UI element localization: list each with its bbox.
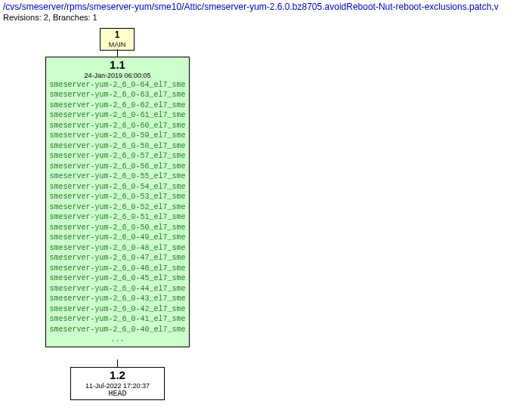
branch-label: MAIN — [103, 41, 131, 48]
revision-tag[interactable]: smeserver-yum-2_6_0-61_el7_sme — [49, 110, 186, 121]
revision-tag[interactable]: smeserver-yum-2_6_0-62_el7_sme — [49, 100, 186, 111]
revision-tag[interactable]: smeserver-yum-2_6_0-56_el7_sme — [49, 162, 186, 172]
connector-line — [117, 49, 118, 57]
path-segment-link[interactable]: rpms — [66, 2, 87, 12]
more-tags-ellipsis[interactable]: ... — [49, 334, 186, 345]
revision-node-1_1[interactable]: 1.1 24-Jan-2019 06:00:05 smeserver-yum-2… — [45, 57, 190, 347]
revision-tag[interactable]: smeserver-yum-2_6_0-59_el7_sme — [49, 131, 186, 141]
revision-tag[interactable]: smeserver-yum-2_6_0-57_el7_sme — [49, 151, 186, 162]
revision-date: 11-Jul-2022 17:20:37 — [76, 382, 159, 390]
revision-tag[interactable]: smeserver-yum-2_6_0-55_el7_sme — [49, 171, 186, 182]
revision-tag[interactable]: smeserver-yum-2_6_0-40_el7_sme — [49, 325, 186, 335]
path-segment-link[interactable]: smeserver-yum-2.6.0.bz8705.avoidReboot-N… — [204, 2, 499, 12]
revision-number: 1.1 — [49, 59, 186, 72]
revision-tag[interactable]: smeserver-yum-2_6_0-47_el7_sme — [49, 253, 186, 264]
path-segment-link[interactable]: smeserver — [22, 2, 64, 12]
revision-tag[interactable]: smeserver-yum-2_6_0-60_el7_sme — [49, 121, 186, 131]
revision-node-1_2[interactable]: 1.2 11-Jul-2022 17:20:37 HEAD — [70, 367, 165, 400]
revision-tag[interactable]: smeserver-yum-2_6_0-43_el7_sme — [49, 294, 186, 304]
path-segment-link[interactable]: smeserver-yum — [89, 2, 152, 12]
revision-tag[interactable]: smeserver-yum-2_6_0-42_el7_sme — [49, 304, 186, 315]
revision-tag[interactable]: smeserver-yum-2_6_0-54_el7_sme — [49, 182, 186, 193]
revision-tag[interactable]: smeserver-yum-2_6_0-64_el7_sme — [49, 80, 186, 91]
path-segment-link[interactable]: cvs — [5, 2, 19, 12]
path-breadcrumb: /cvs/smeserver/rpms/smeserver-yum/sme10/… — [3, 2, 529, 12]
head-tag[interactable]: HEAD — [76, 390, 159, 398]
revision-tag[interactable]: smeserver-yum-2_6_0-46_el7_sme — [49, 264, 186, 274]
header: /cvs/smeserver/rpms/smeserver-yum/sme10/… — [0, 0, 532, 25]
revision-info: Revisions: 2, Branches: 1 — [3, 13, 529, 22]
revision-number: 1.2 — [76, 369, 159, 382]
revision-tag[interactable]: smeserver-yum-2_6_0-53_el7_sme — [49, 192, 186, 202]
revision-tag[interactable]: smeserver-yum-2_6_0-63_el7_sme — [49, 90, 186, 100]
revision-tag[interactable]: smeserver-yum-2_6_0-50_el7_sme — [49, 223, 186, 233]
branch-node-main[interactable]: 1 MAIN — [100, 28, 135, 51]
branch-number: 1 — [103, 30, 131, 41]
revision-tag[interactable]: smeserver-yum-2_6_0-51_el7_sme — [49, 212, 186, 223]
revision-tag[interactable]: smeserver-yum-2_6_0-48_el7_sme — [49, 243, 186, 254]
revision-tag[interactable]: smeserver-yum-2_6_0-58_el7_sme — [49, 141, 186, 152]
connector-line — [117, 359, 118, 367]
revision-tag[interactable]: smeserver-yum-2_6_0-45_el7_sme — [49, 273, 186, 284]
revision-tag[interactable]: smeserver-yum-2_6_0-41_el7_sme — [49, 314, 186, 325]
revision-tag[interactable]: smeserver-yum-2_6_0-44_el7_sme — [49, 284, 186, 294]
path-segment-link[interactable]: Attic — [184, 2, 201, 12]
revision-tag[interactable]: smeserver-yum-2_6_0-52_el7_sme — [49, 202, 186, 213]
path-segment-link[interactable]: sme10 — [154, 2, 181, 12]
revision-date: 24-Jan-2019 06:00:05 — [49, 72, 186, 79]
revision-tag[interactable]: smeserver-yum-2_6_0-49_el7_sme — [49, 233, 186, 243]
